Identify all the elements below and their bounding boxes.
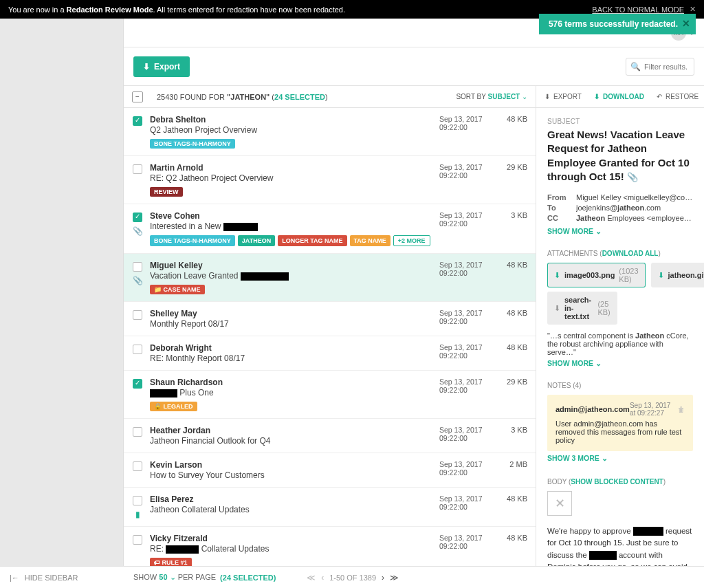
row-checkbox[interactable] bbox=[133, 461, 142, 471]
results-summary: 25430 FOUND FOR "JATHEON" (24 SELECTED) bbox=[157, 93, 328, 101]
detail-toolbar: ⬇EXPORT ⬇DOWNLOAD ↶RESTORE 🏷APPLY TAG ⋯M… bbox=[536, 86, 704, 108]
detail-export-button[interactable]: ⬇EXPORT bbox=[544, 93, 582, 100]
download-icon: ⬇ bbox=[544, 93, 550, 100]
from-label: From bbox=[547, 193, 576, 202]
message-subject: Great News! Vacation Leave Request for J… bbox=[547, 128, 693, 184]
row-date: Sep 13, 201709:22:00 bbox=[439, 163, 490, 179]
back-to-normal-link[interactable]: BACK TO NORMAL MODE bbox=[592, 6, 684, 14]
row-checkbox[interactable] bbox=[133, 379, 142, 389]
tag[interactable]: +2 MORE bbox=[393, 235, 430, 246]
next-page-button[interactable]: › bbox=[382, 573, 384, 582]
first-page-button[interactable]: ≪ bbox=[307, 573, 316, 582]
blocked-image-placeholder[interactable]: ✕ bbox=[547, 491, 572, 516]
message-row[interactable]: 📎Steve Cohen Interested in a New BONE TA… bbox=[124, 204, 536, 254]
row-checkbox[interactable] bbox=[133, 427, 142, 437]
tag[interactable]: 🔒 LEGALED bbox=[150, 402, 197, 411]
row-checkbox[interactable] bbox=[133, 116, 142, 126]
row-subject: How to Survey Your Customers bbox=[150, 470, 432, 480]
row-size: 2 MB bbox=[497, 460, 527, 468]
row-checkbox[interactable] bbox=[133, 345, 142, 354]
message-row[interactable]: Debra Shelton Q2 Jatheon Project Overvie… bbox=[124, 108, 536, 156]
row-subject: RE: Monthly Report 08/17 bbox=[150, 353, 432, 363]
sender: Vicky Fitzerald bbox=[150, 534, 432, 543]
attachment-chip[interactable]: ⬇jatheon.gif (1023 KB) bbox=[651, 263, 705, 287]
prev-page-button[interactable]: ‹ bbox=[321, 573, 324, 582]
sender: Martin Arnold bbox=[150, 163, 432, 173]
to-value: joejenkins@jatheon.com bbox=[576, 204, 693, 212]
from-value: Miguel Kelley <miguelkelley@company.com> bbox=[576, 193, 693, 202]
row-checkbox[interactable] bbox=[133, 213, 142, 222]
sort-by[interactable]: SORT BY SUBJECT ⌄ bbox=[456, 93, 527, 100]
message-row[interactable]: 📎Miguel Kelley Vacation Leave Granted 📁 … bbox=[124, 254, 536, 302]
message-row[interactable]: Kevin Larson How to Survey Your Customer… bbox=[124, 453, 536, 488]
message-row[interactable]: Deborah Wright RE: Monthly Report 08/17S… bbox=[124, 336, 536, 371]
message-row[interactable]: Vicky Fitzerald RE: Collateral Updates🏷 … bbox=[124, 527, 536, 566]
tag[interactable]: 📁 CASE NAME bbox=[150, 285, 205, 294]
message-row[interactable]: Martin Arnold RE: Q2 Jatheon Project Ove… bbox=[124, 156, 536, 204]
detail-download-button[interactable]: ⬇DOWNLOAD bbox=[594, 93, 644, 100]
row-size: 48 KB bbox=[497, 343, 527, 351]
show-more-notes[interactable]: SHOW 3 MORE ⌄ bbox=[547, 454, 608, 462]
attachment-icon: 📎 bbox=[133, 276, 143, 285]
sender: Miguel Kelley bbox=[150, 261, 432, 270]
redacted-text bbox=[589, 551, 617, 560]
tag[interactable]: JATHEON bbox=[238, 235, 275, 246]
toast-text: 576 terms successfully redacted. bbox=[549, 19, 678, 29]
trash-icon[interactable]: 🗑 bbox=[678, 406, 685, 413]
export-button[interactable]: ⬇ Export bbox=[133, 56, 190, 77]
download-icon: ⬇ bbox=[554, 304, 560, 313]
last-page-button[interactable]: ≫ bbox=[390, 573, 399, 582]
attachment-chip[interactable]: ⬇image003.png (1023 KB) bbox=[547, 263, 646, 287]
row-subject: Vacation Leave Granted bbox=[150, 271, 432, 281]
notes-label: NOTES (4) bbox=[547, 382, 693, 389]
sender: Steve Cohen bbox=[150, 211, 432, 221]
sender: Heather Jordan bbox=[150, 426, 432, 435]
close-icon[interactable]: ✕ bbox=[682, 18, 690, 29]
collapse-all-button[interactable]: − bbox=[132, 91, 143, 102]
tag[interactable]: LONGER TAG NAME bbox=[278, 235, 346, 246]
row-size: 3 KB bbox=[497, 426, 527, 434]
row-subject: Jatheon Collateral Updates bbox=[150, 505, 432, 514]
attachment-chip[interactable]: ⬇search-in-text.txt (25 KB) bbox=[547, 292, 617, 325]
chevron-down-icon: ⌄ bbox=[602, 454, 608, 462]
hide-sidebar-button[interactable]: HIDE SIDEBAR bbox=[25, 574, 78, 582]
note-author: admin@jatheon.com bbox=[556, 405, 630, 413]
sender: Deborah Wright bbox=[150, 343, 432, 353]
collapse-sidebar-icon[interactable]: |← bbox=[10, 574, 19, 582]
message-row[interactable]: Shelley May Monthly Report 08/17Sep 13, … bbox=[124, 302, 536, 336]
row-checkbox[interactable] bbox=[133, 310, 142, 320]
row-size: 48 KB bbox=[497, 534, 527, 542]
page-range: 1-50 OF 1389 bbox=[329, 574, 376, 582]
detail-restore-button[interactable]: ↶RESTORE bbox=[657, 93, 698, 100]
sender: Kevin Larson bbox=[150, 460, 432, 470]
show-more-snippet[interactable]: SHOW MORE ⌄ bbox=[547, 359, 602, 367]
message-row[interactable]: Heather Jordan Jatheon Financial Outlook… bbox=[124, 419, 536, 453]
row-date: Sep 13, 201709:22:00 bbox=[439, 494, 490, 511]
footer-selected: (24 SELECTED) bbox=[220, 574, 276, 582]
row-checkbox[interactable] bbox=[133, 262, 142, 272]
show-more-recipients[interactable]: SHOW MORE ⌄ bbox=[547, 227, 602, 235]
message-row[interactable]: ▮Elisa Perez Jatheon Collateral UpdatesS… bbox=[124, 488, 536, 527]
tag[interactable]: TAG NAME bbox=[350, 235, 390, 246]
tag[interactable]: 🏷 RULE #1 bbox=[150, 558, 192, 566]
row-size: 48 KB bbox=[497, 494, 527, 503]
close-icon[interactable]: ✕ bbox=[690, 5, 696, 14]
note-timestamp: Sep 13, 2017 at 09:22:27 bbox=[630, 402, 674, 417]
row-subject: RE: Q2 Jatheon Project Overview bbox=[150, 173, 432, 183]
message-row[interactable]: Shaun Richardson Plus One🔒 LEGALEDSep 13… bbox=[124, 371, 536, 419]
download-icon: ⬇ bbox=[658, 271, 664, 280]
tag[interactable]: REVIEW bbox=[150, 187, 183, 197]
row-checkbox[interactable] bbox=[133, 164, 142, 174]
sidebar bbox=[0, 19, 124, 588]
show-blocked-link[interactable]: SHOW BLOCKED CONTENT bbox=[571, 478, 663, 486]
row-checkbox[interactable] bbox=[133, 535, 142, 545]
row-checkbox[interactable] bbox=[133, 496, 142, 505]
download-all-link[interactable]: DOWNLOAD ALL bbox=[602, 250, 659, 257]
per-page-control[interactable]: SHOW 50 ⌄ PER PAGE bbox=[133, 573, 216, 582]
message-body: We're happy to approve request for Oct 1… bbox=[547, 525, 693, 566]
tag[interactable]: BONE TAGS-N-HARMONY bbox=[150, 235, 235, 246]
redacted-text bbox=[241, 272, 289, 281]
row-date: Sep 13, 201709:22:00 bbox=[439, 211, 490, 228]
message-list: Debra Shelton Q2 Jatheon Project Overvie… bbox=[124, 108, 536, 566]
tag[interactable]: BONE TAGS-N-HARMONY bbox=[150, 139, 235, 149]
